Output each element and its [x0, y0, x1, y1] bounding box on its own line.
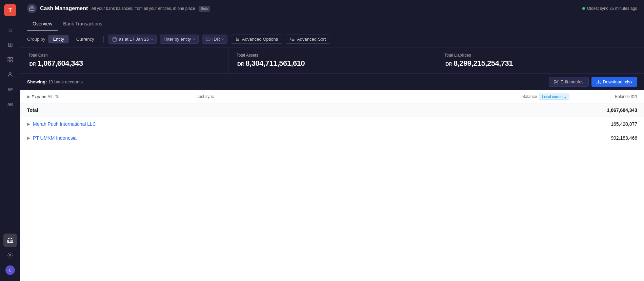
total-row-balance-idr: 1,067,604,343 [569, 107, 637, 113]
entity-row-label-1[interactable]: ▶ PT UMKM Indonesia [27, 135, 197, 141]
sliders-icon [235, 37, 240, 42]
pencil-icon [554, 80, 559, 84]
entity-row-balance-idr-0: 165,420,877 [569, 121, 637, 127]
tabbar: Overview Bank Transactions [20, 17, 644, 31]
idr-label: IDR [631, 95, 637, 99]
table-row-total: Total 1,067,604,343 [20, 103, 644, 117]
entity-filter-placeholder: Filter by entity [164, 37, 191, 42]
table-area: ▶ Expand All ⇅ Last sync Balance Local c… [20, 90, 644, 281]
sidebar-item-bank[interactable] [3, 234, 17, 247]
currency-filter-label: IDR [213, 37, 220, 42]
metric-total-liabilities: Total Liabilities IDR8,299,215,254,731 [436, 47, 644, 73]
balance-idr-header: Balance [615, 94, 629, 99]
sort-column-icon[interactable]: ⇅ [55, 94, 59, 99]
currency-chevron-icon: ▾ [222, 37, 224, 41]
total-assets-currency: IDR [237, 61, 244, 67]
chevron-right-icon: ▶ [27, 94, 30, 99]
filter-divider [103, 36, 104, 43]
group-by-currency-button[interactable]: Currency [72, 35, 99, 43]
total-cash-currency: IDR [28, 61, 36, 67]
metric-total-assets: Total Assets IDR8,304,711,561,610 [228, 47, 437, 73]
total-assets-value: IDR8,304,711,561,610 [237, 59, 428, 68]
chevron-down-icon: ▾ [151, 37, 153, 41]
tab-bank-transactions[interactable]: Bank Transactions [58, 17, 107, 31]
sync-dot-icon [582, 7, 585, 10]
download-label: Download .xlsx [603, 79, 632, 84]
advanced-options-button[interactable]: Advanced Options [231, 35, 282, 44]
entity-filter-button[interactable]: Filter by entity ▾ [160, 35, 199, 44]
topbar: Cash Management All your bank balances, … [20, 0, 644, 17]
entity-chevron-icon: ▾ [193, 37, 195, 41]
download-button[interactable]: Download .xlsx [591, 77, 637, 87]
cash-management-icon [27, 4, 37, 13]
table-row: ▶ Merah Putih International LLC 165,420,… [20, 117, 644, 131]
total-liabilities-label: Total Liabilities [444, 53, 636, 58]
page-title: Cash Management [40, 5, 88, 12]
showing-label: Showing: [27, 79, 47, 84]
sidebar-item-ap[interactable]: AP [3, 83, 17, 96]
svg-point-4 [9, 73, 11, 75]
total-liabilities-value: IDR8,299,215,254,731 [444, 59, 636, 68]
currency-filter-button[interactable]: IDR ▾ [202, 35, 227, 44]
sidebar-item-modules[interactable] [3, 53, 17, 66]
date-filter-label: as at 17 Jan 25 [119, 37, 149, 42]
col-balance-idr: Balance IDR [569, 94, 637, 99]
advanced-options-label: Advanced Options [242, 37, 278, 42]
sidebar-item-home[interactable]: ⌂ [3, 23, 17, 37]
entity-row-balance-idr-1: 902,183,466 [569, 135, 637, 141]
showing-bar: Showing: 10 bank accounts Edit metrics D… [20, 73, 644, 90]
topbar-left: Cash Management All your bank balances, … [27, 4, 210, 13]
sync-text: Oldest sync 35 minutes ago [587, 6, 637, 11]
main-content: Cash Management All your bank balances, … [20, 0, 644, 281]
beta-badge: Beta [199, 6, 210, 12]
currency-icon [206, 37, 210, 42]
col-last-sync: Last sync [197, 94, 522, 99]
chevron-right-icon-1: ▶ [27, 136, 30, 140]
svg-point-9 [9, 255, 11, 256]
entity-row-label-0[interactable]: ▶ Merah Putih International LLC [27, 121, 197, 127]
svg-point-21 [238, 39, 239, 39]
metrics-bar: Total Cash IDR1,067,604,343 Total Assets… [20, 47, 644, 73]
sidebar-item-users[interactable] [3, 68, 17, 81]
advanced-sort-button[interactable]: Advanced Sort [286, 35, 330, 44]
showing-text: Showing: 10 bank accounts [27, 79, 83, 84]
total-assets-label: Total Assets [237, 53, 428, 58]
sort-icon [290, 37, 295, 42]
last-sync-header: Last sync [197, 94, 214, 99]
edit-metrics-button[interactable]: Edit metrics [549, 77, 589, 87]
sync-status: Oldest sync 35 minutes ago [582, 6, 637, 11]
tab-overview[interactable]: Overview [27, 17, 58, 31]
svg-rect-15 [206, 38, 210, 40]
app-logo: T [4, 4, 16, 16]
sidebar: T ⌂ ⊞ AP AR U [0, 0, 20, 281]
total-liabilities-currency: IDR [444, 61, 452, 67]
col-balance-local: Balance Local currency [522, 94, 569, 100]
svg-rect-10 [29, 8, 34, 11]
svg-rect-11 [113, 38, 117, 41]
page-subtitle: All your bank balances, from all your en… [91, 6, 195, 11]
svg-rect-3 [8, 60, 9, 62]
download-icon [596, 80, 601, 84]
sidebar-item-settings[interactable] [3, 248, 17, 262]
date-filter-button[interactable]: as at 17 Jan 25 ▾ [108, 35, 157, 44]
svg-point-22 [237, 40, 238, 41]
group-by-entity-button[interactable]: Entity [48, 35, 68, 43]
chevron-right-icon-0: ▶ [27, 122, 30, 126]
svg-rect-1 [11, 57, 13, 59]
expand-all-label: Expand All [32, 94, 52, 99]
expand-all-button[interactable]: ▶ Expand All [27, 94, 52, 99]
sidebar-item-profile[interactable]: U [3, 263, 17, 277]
total-row-label: Total [27, 107, 197, 113]
total-cash-value: IDR1,067,604,343 [28, 59, 220, 68]
balance-header: Balance [522, 94, 537, 99]
table-row: ▶ PT UMKM Indonesia 902,183,466 [20, 131, 644, 145]
advanced-sort-label: Advanced Sort [297, 37, 326, 42]
calendar-icon [112, 37, 117, 42]
sidebar-item-grid[interactable]: ⊞ [3, 38, 17, 52]
table-header: ▶ Expand All ⇅ Last sync Balance Local c… [20, 90, 644, 103]
local-currency-badge: Local currency [539, 94, 569, 100]
sidebar-item-ar[interactable]: AR [3, 98, 17, 111]
edit-metrics-label: Edit metrics [561, 79, 584, 84]
svg-point-20 [236, 38, 237, 38]
total-cash-label: Total Cash [28, 53, 220, 58]
